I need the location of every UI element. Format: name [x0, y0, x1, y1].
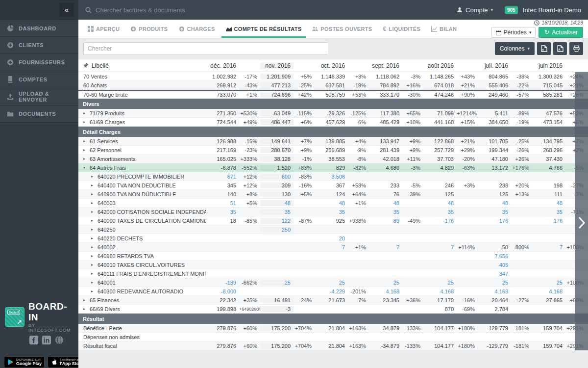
caret-right-icon[interactable]: ▸ — [91, 263, 96, 267]
value-cell[interactable]: 35 — [478, 209, 511, 215]
globe-icon[interactable] — [55, 336, 64, 344]
table-row[interactable]: ▸65 Finances22.342+35%16.491-24%21.673-7… — [78, 296, 588, 305]
value-cell[interactable]: 48 — [260, 200, 294, 206]
table-row[interactable]: ▸640960 RETARDS TVA7.656 — [78, 252, 588, 261]
value-cell[interactable]: 7 — [532, 244, 565, 250]
caret-right-icon[interactable]: ▸ — [83, 111, 88, 115]
tab-liquidites[interactable]: € LIQUIDITÉS — [378, 20, 425, 38]
account-menu[interactable]: Compte ▾ — [457, 6, 493, 14]
value-cell[interactable]: 25 — [423, 280, 457, 286]
value-cell[interactable]: 250 — [260, 227, 294, 233]
caret-right-icon[interactable]: ▸ — [91, 245, 96, 249]
value-cell[interactable]: 122 — [260, 218, 294, 224]
value-cell[interactable]: 35 — [369, 209, 402, 215]
google-play-badge[interactable]: DISPONIBLE SUR Google Play — [4, 356, 45, 368]
value-cell[interactable]: 25 — [532, 280, 565, 286]
tab-postes-ouverts[interactable]: POSTES OUVERTS — [308, 20, 376, 38]
caret-right-icon[interactable]: ▸ — [83, 139, 88, 143]
table-row[interactable]: ▸642000 COTISATION SOCIALE INDEPENDANT35… — [78, 208, 588, 216]
table-row[interactable]: ▸66/69 Divers199.898+6490298%-3870-69%2.… — [78, 305, 588, 314]
value-cell[interactable]: 4.168 — [532, 289, 565, 294]
value-cell[interactable]: 48 — [315, 200, 348, 206]
table-row[interactable]: ▾64 Autres Frais-6.878-552%1.520+83%829-… — [78, 163, 588, 172]
table-row[interactable]: ▸71/79 Produits271.350+530%-63.049-115%-… — [78, 109, 588, 118]
caret-right-icon[interactable]: ▸ — [91, 183, 96, 187]
print-button[interactable] — [569, 42, 583, 55]
caret-right-icon[interactable]: ▸ — [91, 192, 96, 196]
export-excel-button[interactable]: x — [537, 42, 551, 55]
sidebar-item-clients[interactable]: CLIENTS — [0, 37, 78, 54]
table-row[interactable]: ▸640020 PRECOMPTE IMMOBILIER671+12%600-8… — [78, 172, 588, 181]
value-cell[interactable]: 25 — [478, 280, 511, 286]
column-header-month[interactable]: juil. 2016 — [478, 62, 511, 69]
caret-right-icon[interactable]: ▸ — [91, 280, 96, 285]
value-cell[interactable]: 176 — [532, 218, 565, 224]
table-row[interactable]: ▸640000 TAXES DE CIRCULATION CAMIONETTES… — [78, 216, 588, 225]
value-cell[interactable]: 25 — [315, 280, 348, 286]
table-row[interactable]: ▸6400027+1%77+114%-50-800%7+100% — [78, 243, 588, 252]
column-header-libelle[interactable]: Libellé — [78, 62, 206, 69]
table-search-input[interactable] — [83, 42, 328, 55]
global-search-input[interactable] — [96, 6, 252, 14]
facebook-icon[interactable] — [29, 336, 38, 344]
value-cell[interactable]: 35 — [532, 209, 565, 215]
value-cell[interactable]: 20 — [315, 236, 348, 241]
sidebar-item-fournisseurs[interactable]: FOURNISSEURS — [0, 54, 78, 71]
refresh-button[interactable]: ↻ Actualiser — [539, 27, 583, 38]
caret-right-icon[interactable]: ▸ — [91, 236, 96, 240]
value-cell[interactable]: -4.229 — [315, 289, 348, 294]
caret-right-icon[interactable]: ▸ — [91, 201, 96, 205]
value-cell[interactable]: 25 — [260, 280, 294, 286]
table-row[interactable]: Bénéfice - Perte279.876+60%175.200+704%2… — [78, 324, 588, 333]
table-row[interactable]: ▸640220 DECHETS20 — [78, 234, 588, 243]
tab-bilan[interactable]: BILAN — [427, 20, 461, 38]
value-cell[interactable]: 7 — [423, 244, 457, 250]
tab-apercu[interactable]: APERÇU — [83, 20, 124, 38]
column-header-month[interactable]: sept. 2016 — [369, 62, 402, 69]
sidebar-item-dashboard[interactable]: DASHBOARD — [0, 20, 78, 37]
table-row[interactable]: 70-60 Marge brute733.070+1%724.696+42%50… — [78, 90, 588, 99]
table-row[interactable]: ▸61 Services126.988-15%149.641+7%139.885… — [78, 137, 588, 146]
linkedin-icon[interactable] — [42, 336, 51, 344]
caret-right-icon[interactable]: ▸ — [83, 157, 88, 161]
value-cell[interactable]: 48 — [478, 200, 511, 206]
value-cell[interactable]: 347 — [478, 271, 511, 277]
value-cell[interactable]: 7 — [369, 244, 402, 250]
tab-compte-de-resultats[interactable]: COMPTE DE RÉSULTATS — [221, 20, 306, 38]
caret-right-icon[interactable]: ▸ — [83, 120, 88, 124]
value-cell[interactable]: 4.168 — [423, 289, 457, 294]
value-cell[interactable]: 35 — [423, 209, 457, 215]
collapse-sidebar-button[interactable]: « — [60, 3, 74, 17]
value-cell[interactable]: 35 — [260, 209, 294, 215]
table-row[interactable]: ▸640300 REDEVANCE AUTORADIO-8.000-4.229-… — [78, 287, 588, 296]
sidebar-item-comptes[interactable]: COMPTES — [0, 71, 78, 88]
table-row[interactable]: 70 Ventes1.002.982-17%1.201.909+5%1.146.… — [78, 72, 588, 81]
caret-right-icon[interactable]: ▸ — [91, 227, 96, 232]
caret-right-icon[interactable]: ▸ — [91, 289, 96, 293]
column-header-month[interactable]: déc. 2016 — [206, 62, 239, 69]
table-row[interactable]: ▸63 Amortissements165.025+333%38.128-1%3… — [78, 155, 588, 163]
table-row[interactable]: 60 Achats269.912-43%477.213-25%637.581-1… — [78, 81, 588, 90]
value-cell[interactable]: 7 — [315, 244, 348, 250]
table-row[interactable]: ▸640111 FRAIS D'ENREGISTREMENT MONITEUR3… — [78, 269, 588, 278]
value-cell[interactable]: 51 — [206, 200, 239, 206]
periods-dropdown-button[interactable]: Périodes ▾ — [491, 27, 536, 38]
value-cell[interactable]: 4.168 — [369, 289, 402, 294]
value-cell[interactable]: 48 — [532, 200, 565, 206]
value-cell[interactable]: 7.656 — [478, 253, 511, 259]
caret-right-icon[interactable]: ▸ — [91, 254, 96, 258]
column-header-month[interactable]: oct. 2016 — [315, 62, 348, 69]
caret-right-icon[interactable]: ▸ — [83, 148, 88, 152]
tab-charges[interactable]: CHARGES — [174, 20, 220, 38]
export-pdf-button[interactable]: A — [553, 42, 567, 55]
table-row[interactable]: ▸64000351+5%4848+1%48484848 — [78, 199, 588, 208]
value-cell[interactable]: 3.506 — [315, 174, 348, 180]
caret-down-icon[interactable]: ▾ — [83, 165, 88, 170]
scroll-next-period-button[interactable] — [575, 72, 588, 350]
sidebar-item-documents[interactable]: DOCUMENTS — [0, 105, 78, 123]
value-cell[interactable]: 4.168 — [478, 289, 511, 294]
table-row[interactable]: ▸61/69 Charges724.544+49%486.447+6%457.6… — [78, 118, 588, 127]
value-cell[interactable]: 25 — [369, 280, 402, 286]
caret-right-icon[interactable]: ▸ — [91, 210, 96, 214]
value-cell[interactable]: -139 — [206, 280, 239, 286]
